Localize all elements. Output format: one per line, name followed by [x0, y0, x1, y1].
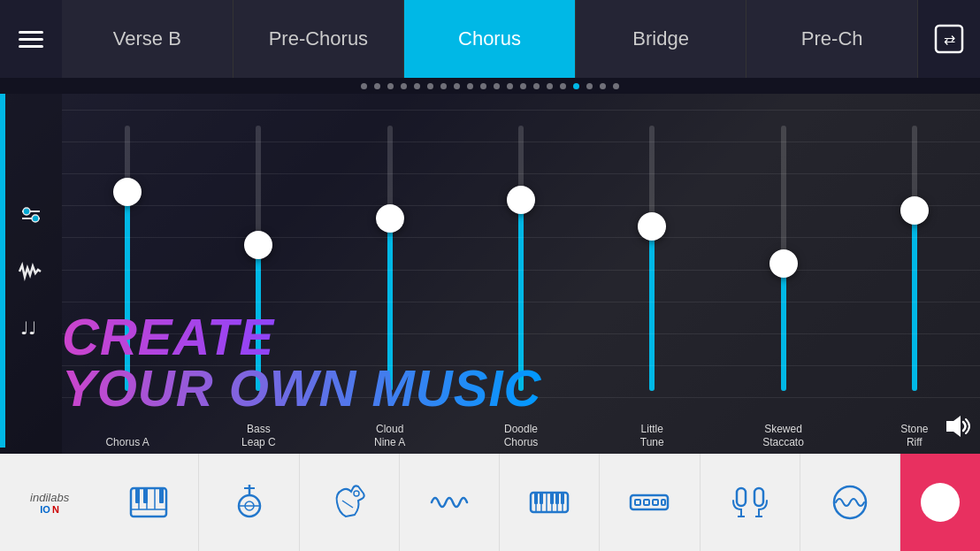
oscilloscope-button[interactable] [800, 454, 900, 551]
track-label-6: SkewedStaccato [759, 414, 808, 454]
waveform-icon[interactable] [18, 261, 44, 288]
dot-20[interactable] [613, 83, 619, 89]
dot-2[interactable] [374, 83, 380, 89]
dot-15[interactable] [547, 83, 553, 89]
bass-button[interactable] [300, 454, 400, 551]
dot-18[interactable] [586, 83, 593, 89]
svg-rect-37 [644, 500, 649, 505]
logo-sub: IO N [40, 504, 59, 515]
svg-line-22 [342, 501, 353, 508]
track-chorus-a: Chorus A [62, 94, 193, 454]
track-doodle-chorus: DoodleChorus [456, 94, 586, 454]
tab-verse-b[interactable]: Verse B [62, 0, 234, 78]
track-label-4: DoodleChorus [501, 414, 542, 454]
svg-rect-39 [662, 500, 665, 505]
top-bar: Verse B Pre-Chorus Chorus Bridge Pre-Ch … [0, 0, 980, 78]
fader-knob-1[interactable] [113, 178, 142, 206]
track-stone-riff: StoneRiff [849, 94, 980, 454]
dot-14[interactable] [533, 83, 540, 89]
fader-container-6 [717, 103, 848, 414]
fader-container-4 [456, 103, 586, 414]
bottom-logo: indilabs IO N [0, 454, 99, 551]
dot-7[interactable] [440, 83, 447, 89]
dot-17[interactable] [573, 83, 579, 89]
svg-rect-36 [635, 500, 640, 505]
fader-knob-4[interactable] [507, 186, 535, 214]
dot-3[interactable] [387, 83, 394, 89]
piano-icon [127, 481, 170, 524]
tab-pre-chorus[interactable]: Pre-Chorus [234, 0, 405, 78]
record-circle [921, 483, 960, 522]
swap-icon: ⇄ [933, 23, 965, 55]
track-skewed-staccato: SkewedStaccato [717, 94, 848, 454]
mixer-area: Chorus A BassLeap C [62, 94, 980, 454]
svg-rect-14 [143, 488, 148, 503]
left-accent-bar [0, 94, 5, 448]
dot-12[interactable] [507, 83, 513, 89]
svg-text:⇄: ⇄ [944, 32, 955, 47]
fader-knob-6[interactable] [769, 249, 798, 278]
fader-container-3 [325, 103, 456, 414]
dot-1[interactable] [361, 83, 367, 89]
notes-icon[interactable]: ♩♩ [19, 315, 43, 345]
mixer-icon[interactable] [18, 203, 44, 234]
fader-knob-5[interactable] [638, 212, 666, 241]
fader-container-2 [193, 103, 324, 414]
tab-bridge[interactable]: Bridge [576, 0, 747, 78]
fader-knob-7[interactable] [900, 196, 929, 225]
menu-button[interactable] [0, 0, 62, 78]
svg-rect-40 [737, 488, 746, 506]
svg-rect-13 [135, 488, 140, 503]
dot-11[interactable] [494, 83, 500, 89]
swap-button[interactable]: ⇄ [918, 0, 980, 78]
track-cloud-nine: CloudNine A [325, 94, 456, 454]
dot-19[interactable] [600, 83, 606, 89]
fader-container-1 [62, 103, 193, 414]
volume-icon[interactable] [943, 412, 971, 445]
svg-rect-31 [540, 493, 543, 504]
midi-button[interactable] [600, 454, 700, 551]
svg-point-5 [32, 215, 39, 222]
track-label-2: BassLeap C [238, 414, 279, 454]
tab-pre-ch2[interactable]: Pre-Ch [746, 0, 918, 78]
microphone-icon [729, 481, 771, 524]
svg-rect-33 [555, 493, 559, 504]
svg-point-4 [23, 208, 30, 215]
dot-10[interactable] [480, 83, 486, 89]
fader-container-7 [849, 103, 980, 414]
svg-rect-34 [561, 493, 564, 504]
tab-chorus[interactable]: Chorus [404, 0, 576, 78]
hamburger-icon [19, 31, 43, 48]
dot-9[interactable] [467, 83, 473, 89]
dot-5[interactable] [414, 83, 420, 89]
oscilloscope-icon [829, 481, 871, 524]
synth-icon [428, 481, 471, 524]
dot-6[interactable] [427, 83, 433, 89]
svg-rect-38 [653, 500, 658, 505]
dot-13[interactable] [520, 83, 526, 89]
fader-knob-3[interactable] [376, 204, 404, 233]
main-content: ♩♩ Chorus A [0, 94, 980, 454]
svg-rect-32 [550, 493, 554, 504]
keyboard-icon [528, 481, 570, 524]
synth-button[interactable] [400, 454, 500, 551]
svg-rect-30 [534, 493, 538, 504]
microphone-button[interactable] [701, 454, 800, 551]
dot-16[interactable] [560, 83, 566, 89]
keyboard-button[interactable] [500, 454, 600, 551]
dot-4[interactable] [401, 83, 407, 89]
svg-rect-41 [754, 488, 763, 506]
svg-marker-7 [946, 416, 961, 437]
track-label-5: LittleTune [637, 414, 668, 454]
bass-icon [328, 481, 371, 524]
record-button[interactable] [900, 454, 980, 551]
svg-rect-15 [159, 488, 164, 503]
track-label-3: CloudNine A [371, 414, 409, 454]
midi-icon [628, 481, 670, 524]
fader-knob-2[interactable] [244, 231, 272, 259]
dot-8[interactable] [454, 83, 460, 89]
strings-button[interactable] [199, 454, 299, 551]
logo-text: indilabs [30, 491, 69, 504]
piano-button[interactable] [99, 454, 199, 551]
track-label-1: Chorus A [102, 414, 152, 454]
